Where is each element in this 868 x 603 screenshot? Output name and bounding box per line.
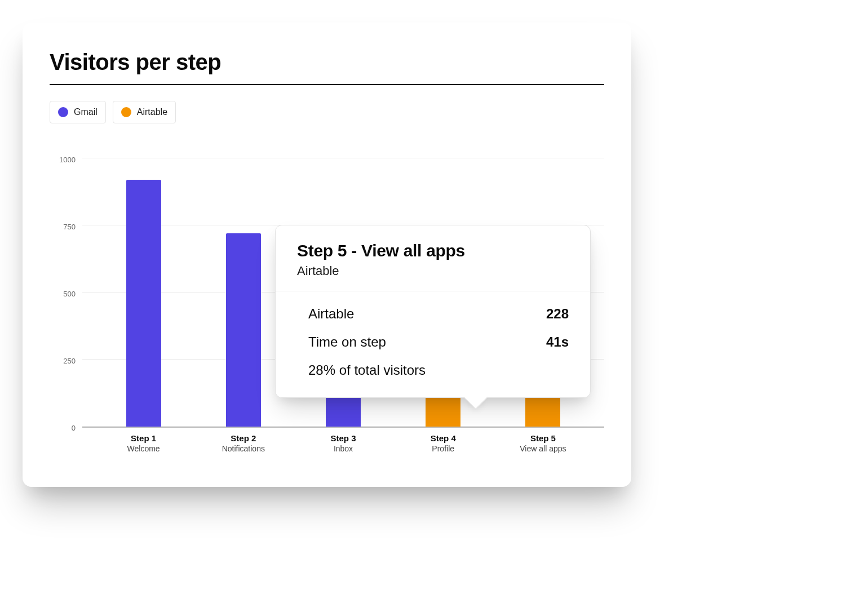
chart-card: Visitors per step GmailAirtable 02505007… [23, 23, 631, 487]
legend-swatch-icon [58, 107, 68, 117]
tooltip-stat-value: 228 [546, 306, 569, 322]
y-tick-label: 1000 [50, 155, 76, 163]
tooltip-stat-label: Airtable [308, 306, 354, 322]
tooltip-header: Step 5 - View all apps Airtable [276, 225, 590, 291]
bar-slot [94, 146, 193, 427]
tooltip-stat-row: Airtable228 [308, 306, 569, 322]
x-label: Step 2Notifications [193, 433, 293, 453]
legend-item[interactable]: Gmail [50, 101, 106, 123]
tooltip-stat-value: 41s [546, 334, 569, 350]
x-label-step: Step 2 [193, 433, 293, 443]
tooltip-stat-label: Time on step [308, 334, 386, 350]
legend-label: Airtable [137, 107, 167, 117]
x-label: Step 1Welcome [94, 433, 193, 453]
x-label-sub: View all apps [493, 444, 593, 453]
legend-swatch-icon [121, 107, 131, 117]
tooltip-footer: 28% of total visitors [308, 362, 569, 378]
x-label-sub: Profile [393, 444, 493, 453]
x-label-sub: Welcome [94, 444, 193, 453]
x-label-sub: Inbox [293, 444, 393, 453]
tooltip-body: Airtable228Time on step41s 28% of total … [276, 291, 590, 397]
y-tick-label: 250 [50, 356, 76, 365]
x-axis: Step 1WelcomeStep 2NotificationsStep 3In… [82, 433, 604, 453]
tooltip: Step 5 - View all apps Airtable Airtable… [275, 225, 591, 398]
x-label-step: Step 5 [493, 433, 593, 443]
bar[interactable] [126, 180, 161, 427]
x-label: Step 5View all apps [493, 433, 593, 453]
tooltip-title: Step 5 - View all apps [297, 241, 569, 260]
y-tick-label: 500 [50, 289, 76, 298]
x-label-step: Step 3 [293, 433, 393, 443]
y-axis: 02505007501000 [50, 146, 76, 428]
tooltip-subtitle: Airtable [297, 264, 569, 278]
chart: 02505007501000 Step 5 - View all apps Ai… [50, 146, 604, 428]
legend: GmailAirtable [50, 101, 604, 123]
legend-label: Gmail [74, 107, 98, 117]
page-title: Visitors per step [50, 50, 604, 85]
legend-item[interactable]: Airtable [113, 101, 176, 123]
y-tick-label: 0 [50, 424, 76, 432]
x-label: Step 4Profile [393, 433, 493, 453]
x-label-sub: Notifications [193, 444, 293, 453]
bar[interactable] [226, 233, 261, 427]
y-tick-label: 750 [50, 222, 76, 230]
x-label-step: Step 1 [94, 433, 193, 443]
tooltip-stat-row: Time on step41s [308, 334, 569, 350]
x-label: Step 3Inbox [293, 433, 393, 453]
x-label-step: Step 4 [393, 433, 493, 443]
